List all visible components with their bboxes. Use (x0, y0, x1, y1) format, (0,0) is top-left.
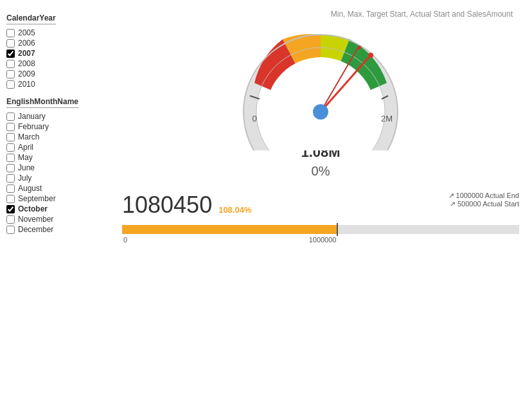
right-panel: Min, Max, Target Start, Actual Start and… (116, 6, 526, 390)
big-number-row: 1080450 108.04% (122, 192, 251, 219)
month-checkbox-September[interactable] (6, 195, 15, 203)
year-checkbox-2007[interactable] (6, 50, 15, 58)
svg-point-8 (368, 53, 373, 58)
legend-label-2: 500000 Actual Start (457, 200, 519, 208)
legend-arrow-1: ↗ (448, 192, 454, 199)
month-label-June: June (18, 163, 35, 172)
month-filter-item[interactable]: August (6, 184, 116, 193)
progress-bar-marker (337, 223, 338, 236)
month-filter-item[interactable]: January (6, 112, 116, 121)
year-label-2006: 2006 (18, 39, 35, 48)
month-checkbox-October[interactable] (6, 205, 15, 213)
year-label-2007: 2007 (18, 49, 35, 58)
year-filter-item[interactable]: 2008 (6, 59, 116, 68)
month-checkbox-March[interactable] (6, 133, 15, 141)
year-filter-item[interactable]: 2007 (6, 49, 116, 58)
bottom-row: 1080450 108.04% ↗1000000 Actual End ↗500… (122, 192, 519, 222)
month-filter-section: EnglishMonthName JanuaryFebruaryMarchApr… (6, 96, 116, 234)
legend-arrow-2: ↗ (450, 200, 456, 208)
month-filter-item[interactable]: March (6, 132, 116, 141)
month-filter-item[interactable]: May (6, 153, 116, 162)
month-filter-item[interactable]: October (6, 204, 116, 213)
bar-label-mid: 1000000 (309, 236, 337, 244)
month-filter-item[interactable]: February (6, 122, 116, 131)
month-checkbox-June[interactable] (6, 164, 15, 172)
month-label-October: October (18, 204, 48, 213)
year-filter-item[interactable]: 2009 (6, 69, 116, 78)
gauge-svg: 0 2M (231, 22, 411, 150)
gauge-title: Min, Max, Target Start, Actual Start and… (331, 10, 526, 19)
progress-labels: 0 1000000 (122, 236, 519, 244)
year-label-2005: 2005 (18, 28, 35, 37)
month-label-September: September (18, 194, 56, 203)
month-label-February: February (18, 122, 49, 131)
month-checkbox-May[interactable] (6, 154, 15, 162)
gauge-max-label: 2M (381, 114, 393, 123)
left-panel: CalendarYear 200520062007200820092010 En… (6, 6, 116, 390)
month-filter-item[interactable]: December (6, 225, 116, 234)
year-label-2009: 2009 (18, 69, 35, 78)
year-label-2010: 2010 (18, 80, 35, 89)
year-checkbox-2008[interactable] (6, 60, 15, 68)
year-filter-item[interactable]: 2005 (6, 28, 116, 37)
month-filter-item[interactable]: April (6, 143, 116, 152)
month-label-July: July (18, 174, 31, 183)
month-checkbox-February[interactable] (6, 123, 15, 131)
bottom-section: 1080450 108.04% ↗1000000 Actual End ↗500… (116, 192, 526, 244)
month-checkbox-January[interactable] (6, 113, 15, 121)
year-filter-item[interactable]: 2010 (6, 80, 116, 89)
month-checkbox-December[interactable] (6, 226, 15, 234)
year-label-2008: 2008 (18, 59, 35, 68)
gauge-container: 0 2M (231, 22, 411, 150)
year-filter-title: CalendarYear (6, 14, 56, 24)
bottom-left: 1080450 108.04% (122, 192, 251, 222)
big-number: 1080450 (122, 192, 212, 219)
svg-point-11 (313, 104, 328, 120)
month-checkbox-July[interactable] (6, 174, 15, 183)
month-filter-title: EnglishMonthName (6, 97, 78, 108)
year-filter-list: 200520062007200820092010 (6, 28, 116, 89)
legend-row: ↗1000000 Actual End ↗500000 Actual Start (448, 192, 519, 208)
month-filter-item[interactable]: November (6, 215, 116, 224)
legend-item-2: ↗500000 Actual Start (450, 200, 519, 208)
month-filter-list: JanuaryFebruaryMarchAprilMayJuneJulyAugu… (6, 112, 116, 234)
month-checkbox-November[interactable] (6, 215, 15, 224)
month-label-April: April (18, 143, 33, 152)
month-label-May: May (18, 153, 33, 162)
year-checkbox-2010[interactable] (6, 80, 15, 89)
legend-item-1: ↗1000000 Actual End (448, 192, 519, 200)
big-percent: 108.04% (218, 205, 251, 215)
year-checkbox-2006[interactable] (6, 39, 15, 48)
year-checkbox-2009[interactable] (6, 70, 15, 78)
bar-label-left: 0 (123, 236, 127, 244)
svg-point-10 (357, 46, 361, 50)
year-filter-section: CalendarYear 200520062007200820092010 (6, 13, 116, 89)
year-filter-item[interactable]: 2006 (6, 39, 116, 48)
month-filter-item[interactable]: September (6, 194, 116, 203)
progress-bar-container: 0 1000000 (122, 225, 519, 244)
progress-bar-fill (122, 225, 337, 234)
gauge-min-label: 0 (252, 114, 256, 123)
month-filter-item[interactable]: July (6, 174, 116, 183)
month-checkbox-April[interactable] (6, 143, 15, 152)
month-filter-item[interactable]: June (6, 163, 116, 172)
month-label-November: November (18, 215, 53, 224)
month-label-March: March (18, 132, 39, 141)
legend-label-1: 1000000 Actual End (456, 192, 519, 199)
gauge-percent: 0% (312, 164, 330, 179)
progress-bar-track (122, 225, 519, 234)
month-checkbox-August[interactable] (6, 184, 15, 193)
month-label-August: August (18, 184, 42, 193)
month-label-December: December (18, 225, 53, 234)
year-checkbox-2005[interactable] (6, 29, 15, 37)
month-label-January: January (18, 112, 46, 121)
